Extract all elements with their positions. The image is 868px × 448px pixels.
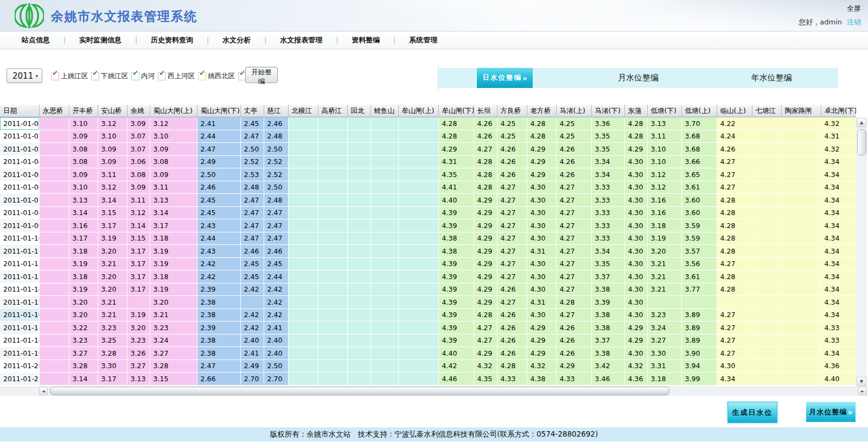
value-cell[interactable]: 3.15 xyxy=(127,232,150,245)
value-cell[interactable]: 3.09 xyxy=(69,168,98,181)
region-checkbox-2[interactable]: ✓下姚江区 xyxy=(91,72,128,81)
value-cell[interactable] xyxy=(752,117,781,130)
date-cell[interactable]: 2011-01-12 xyxy=(0,257,39,270)
value-cell[interactable]: 3.94 xyxy=(681,359,717,373)
value-cell[interactable] xyxy=(288,181,318,194)
value-cell[interactable] xyxy=(318,347,347,360)
value-cell[interactable]: 4.35 xyxy=(474,373,497,386)
value-cell[interactable] xyxy=(288,219,318,232)
value-cell[interactable] xyxy=(347,232,371,245)
value-cell[interactable]: 3.17 xyxy=(127,283,150,296)
value-cell[interactable]: 4.34 xyxy=(821,155,856,168)
value-cell[interactable]: 2.38 xyxy=(197,347,240,360)
value-cell[interactable]: 4.30 xyxy=(527,270,556,283)
value-cell[interactable]: 3.11 xyxy=(150,181,197,194)
value-cell[interactable]: 2.47 xyxy=(264,219,288,232)
value-cell[interactable]: 2.66 xyxy=(197,373,240,386)
value-cell[interactable]: 2.45 xyxy=(197,206,240,219)
value-cell[interactable]: 3.18 xyxy=(69,270,98,283)
value-cell[interactable] xyxy=(318,143,347,156)
value-cell[interactable]: 4.26 xyxy=(474,117,497,130)
value-cell[interactable] xyxy=(288,334,318,347)
value-cell[interactable]: 2.46 xyxy=(197,181,240,194)
value-cell[interactable]: 3.12 xyxy=(98,181,127,194)
value-cell[interactable]: 2.41 xyxy=(240,347,264,360)
value-cell[interactable] xyxy=(347,308,371,321)
value-cell[interactable] xyxy=(318,181,347,194)
value-cell[interactable]: 4.34 xyxy=(821,347,856,360)
value-cell[interactable]: 4.26 xyxy=(497,334,527,347)
value-cell[interactable]: 4.39 xyxy=(438,334,474,347)
value-cell[interactable]: 2.47 xyxy=(264,232,288,245)
value-cell[interactable] xyxy=(347,155,371,168)
value-cell[interactable]: 4.27 xyxy=(556,308,591,321)
value-cell[interactable]: 3.56 xyxy=(681,257,717,270)
value-cell[interactable] xyxy=(398,117,438,130)
value-cell[interactable]: 3.38 xyxy=(591,308,624,321)
value-cell[interactable]: 3.19 xyxy=(150,257,197,270)
value-cell[interactable]: 3.16 xyxy=(69,219,98,232)
value-cell[interactable]: 4.28 xyxy=(474,308,497,321)
horizontal-scroll-thumb[interactable] xyxy=(50,387,669,395)
value-cell[interactable]: 3.23 xyxy=(150,321,197,335)
value-cell[interactable] xyxy=(398,359,438,373)
value-cell[interactable]: 3.23 xyxy=(98,321,127,335)
value-cell[interactable]: 4.30 xyxy=(624,296,647,309)
value-cell[interactable]: 4.27 xyxy=(717,308,752,321)
value-cell[interactable]: 3.10 xyxy=(69,181,98,194)
value-cell[interactable]: 3.27 xyxy=(69,347,98,360)
value-cell[interactable]: 4.30 xyxy=(527,283,556,296)
value-cell[interactable]: 3.38 xyxy=(591,321,624,335)
value-cell[interactable]: 3.33 xyxy=(591,181,624,194)
value-cell[interactable] xyxy=(288,283,318,296)
value-cell[interactable]: 4.30 xyxy=(624,308,647,321)
value-cell[interactable]: 2.52 xyxy=(240,155,264,168)
value-cell[interactable]: 4.27 xyxy=(497,296,527,309)
value-cell[interactable] xyxy=(398,373,438,386)
value-cell[interactable] xyxy=(781,270,821,283)
value-cell[interactable]: 3.20 xyxy=(69,296,98,309)
value-cell[interactable]: 4.28 xyxy=(474,168,497,181)
value-cell[interactable] xyxy=(371,143,398,156)
value-cell[interactable]: 3.10 xyxy=(98,130,127,143)
value-cell[interactable] xyxy=(371,270,398,283)
value-cell[interactable]: 3.35 xyxy=(591,130,624,143)
value-cell[interactable]: 3.13 xyxy=(69,194,98,207)
value-cell[interactable] xyxy=(717,296,752,309)
value-cell[interactable]: 3.17 xyxy=(98,373,127,386)
value-cell[interactable]: 3.21 xyxy=(150,308,197,321)
value-cell[interactable]: 4.29 xyxy=(474,206,497,219)
value-cell[interactable] xyxy=(752,283,781,296)
value-cell[interactable]: 3.89 xyxy=(681,308,717,321)
value-cell[interactable] xyxy=(752,155,781,168)
value-cell[interactable]: 3.12 xyxy=(98,117,127,130)
value-cell[interactable]: 3.13 xyxy=(150,194,197,207)
value-cell[interactable] xyxy=(39,232,69,245)
value-cell[interactable] xyxy=(371,245,398,258)
value-cell[interactable]: 3.18 xyxy=(647,373,681,386)
value-cell[interactable] xyxy=(398,206,438,219)
value-cell[interactable]: 2.50 xyxy=(264,143,288,156)
value-cell[interactable]: 3.33 xyxy=(591,194,624,207)
value-cell[interactable]: 4.32 xyxy=(821,117,856,130)
value-cell[interactable]: 4.29 xyxy=(474,232,497,245)
value-cell[interactable]: 3.20 xyxy=(69,308,98,321)
value-cell[interactable]: 2.42 xyxy=(240,321,264,335)
value-cell[interactable] xyxy=(752,130,781,143)
start-compile-button[interactable]: 开始整编 xyxy=(245,67,278,83)
value-cell[interactable]: 2.49 xyxy=(240,359,264,373)
value-cell[interactable] xyxy=(752,308,781,321)
value-cell[interactable]: 4.28 xyxy=(624,130,647,143)
value-cell[interactable]: 3.11 xyxy=(127,194,150,207)
value-cell[interactable] xyxy=(398,155,438,168)
value-cell[interactable]: 3.20 xyxy=(98,245,127,258)
value-cell[interactable]: 4.29 xyxy=(438,143,474,156)
value-cell[interactable]: 4.29 xyxy=(527,168,556,181)
value-cell[interactable]: 3.19 xyxy=(150,283,197,296)
value-cell[interactable] xyxy=(398,334,438,347)
value-cell[interactable] xyxy=(371,347,398,360)
value-cell[interactable]: 4.26 xyxy=(556,143,591,156)
value-cell[interactable] xyxy=(781,117,821,130)
value-cell[interactable] xyxy=(398,181,438,194)
value-cell[interactable]: 4.29 xyxy=(624,143,647,156)
